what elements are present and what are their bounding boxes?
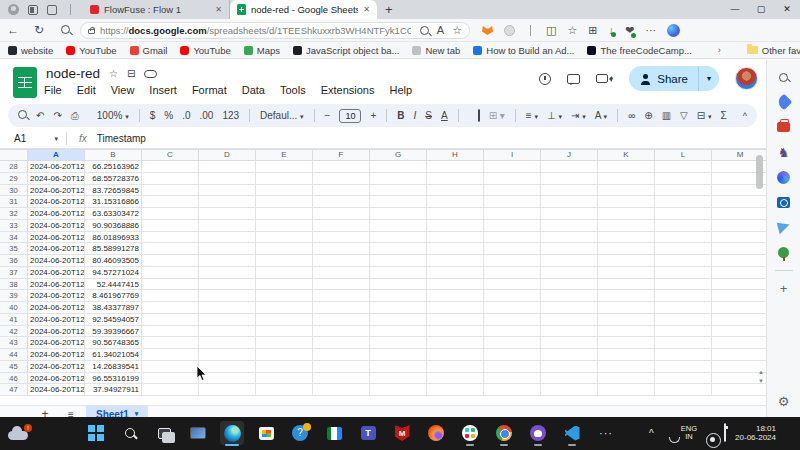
cell-i43[interactable] <box>484 337 541 349</box>
cell-b28[interactable]: 66.25163962 <box>85 161 142 173</box>
cell-b44[interactable]: 61.34021054 <box>85 349 142 361</box>
cell-g35[interactable] <box>370 243 427 255</box>
column-header-h[interactable]: H <box>427 149 484 161</box>
cell-i36[interactable] <box>484 255 541 267</box>
cell-h35[interactable] <box>427 243 484 255</box>
search-icon[interactable] <box>52 23 78 37</box>
cell-i34[interactable] <box>484 232 541 244</box>
tab-google-sheets[interactable]: node-red - Google Sheets ✕ <box>230 0 377 19</box>
share-button[interactable]: Share ▾ <box>629 66 719 91</box>
clock[interactable]: 18:0120-06-2024 <box>735 424 776 442</box>
cell-g39[interactable] <box>370 290 427 302</box>
cell-i28[interactable] <box>484 161 541 173</box>
address-bar[interactable]: https://docs.google.com/spreadsheets/d/1… <box>80 22 470 39</box>
cell-e45[interactable] <box>256 361 313 373</box>
cell-a44[interactable]: 2024-06-20T12: <box>28 349 85 361</box>
sidebar-outlook-icon[interactable] <box>776 194 792 210</box>
row-header[interactable]: 41 <box>0 314 28 326</box>
cell-g31[interactable] <box>370 196 427 208</box>
merge-cells-icon[interactable]: ⊞ ▾ <box>489 110 505 121</box>
row-header[interactable]: 39 <box>0 290 28 302</box>
cell-k38[interactable] <box>598 279 655 291</box>
star-document-icon[interactable]: ☆ <box>109 68 118 79</box>
cell-l37[interactable] <box>655 267 712 279</box>
cell-a43[interactable]: 2024-06-20T12: <box>28 337 85 349</box>
column-header-a[interactable]: A <box>28 149 85 161</box>
cell-f28[interactable] <box>313 161 370 173</box>
video-call-icon[interactable]: ▾ <box>596 74 614 83</box>
cell-e42[interactable] <box>256 326 313 338</box>
cell-b34[interactable]: 86.01896933 <box>85 232 142 244</box>
cell-l45[interactable] <box>655 361 712 373</box>
cell-f44[interactable] <box>313 349 370 361</box>
url-text[interactable]: https://docs.google.com/spreadsheets/d/1… <box>100 25 411 36</box>
cell-a46[interactable]: 2024-06-20T12: <box>28 373 85 385</box>
cell-c32[interactable] <box>142 208 199 220</box>
decrease-font-size-button[interactable]: − <box>325 110 331 121</box>
menu-extensions[interactable]: Extensions <box>321 84 375 96</box>
zoom-select[interactable]: 100% ▾ <box>97 110 129 121</box>
increase-decimal-button[interactable]: .00 <box>199 110 213 121</box>
cell-k29[interactable] <box>598 173 655 185</box>
row-header[interactable]: 40 <box>0 302 28 314</box>
minimize-button[interactable]: — <box>722 0 748 19</box>
refresh-button[interactable]: ↻ <box>26 23 52 37</box>
cell-e43[interactable] <box>256 337 313 349</box>
sidebar-customize-button[interactable]: + <box>776 280 792 296</box>
cell-g42[interactable] <box>370 326 427 338</box>
cell-e40[interactable] <box>256 302 313 314</box>
cell-a47[interactable]: 2024-06-20T12: <box>28 384 85 396</box>
cell-c36[interactable] <box>142 255 199 267</box>
cell-j39[interactable] <box>541 290 598 302</box>
battery-icon[interactable] <box>724 424 726 442</box>
taskbar-mcafee-icon[interactable]: M <box>390 421 414 445</box>
cell-f41[interactable] <box>313 314 370 326</box>
insert-chart-icon[interactable]: ▥ <box>662 110 671 121</box>
cell-g29[interactable] <box>370 173 427 185</box>
sidebar-games-icon[interactable]: ♞ <box>776 144 792 160</box>
row-header[interactable]: 44 <box>0 349 28 361</box>
cell-i38[interactable] <box>484 279 541 291</box>
cell-k47[interactable] <box>598 384 655 396</box>
cell-j47[interactable] <box>541 384 598 396</box>
menu-help[interactable]: Help <box>389 84 412 96</box>
taskbar-teams-icon[interactable]: T <box>356 421 380 445</box>
cell-j34[interactable] <box>541 232 598 244</box>
cell-i32[interactable] <box>484 208 541 220</box>
cell-c46[interactable] <box>142 373 199 385</box>
cell-m44[interactable] <box>712 349 766 361</box>
cell-k37[interactable] <box>598 267 655 279</box>
cell-k35[interactable] <box>598 243 655 255</box>
cell-m34[interactable] <box>712 232 766 244</box>
cell-l35[interactable] <box>655 243 712 255</box>
row-header[interactable]: 45 <box>0 361 28 373</box>
cell-e47[interactable] <box>256 384 313 396</box>
cell-k42[interactable] <box>598 326 655 338</box>
cell-c39[interactable] <box>142 290 199 302</box>
cell-a41[interactable]: 2024-06-20T12: <box>28 314 85 326</box>
cell-f45[interactable] <box>313 361 370 373</box>
settings-more-icon[interactable]: ··· <box>645 24 656 36</box>
bookmark-other-favorites[interactable]: Other favorites <box>747 45 800 56</box>
browser-essentials-icon[interactable]: ❤ <box>625 24 634 37</box>
taskbar-rewards-icon[interactable]: ? <box>288 421 312 445</box>
cell-g28[interactable] <box>370 161 427 173</box>
cell-c30[interactable] <box>142 185 199 197</box>
cell-h28[interactable] <box>427 161 484 173</box>
cell-m41[interactable] <box>712 314 766 326</box>
cell-h38[interactable] <box>427 279 484 291</box>
cell-d42[interactable] <box>199 326 256 338</box>
favorites-icon[interactable]: ☆ <box>567 24 577 37</box>
cell-i45[interactable] <box>484 361 541 373</box>
cell-m47[interactable] <box>712 384 766 396</box>
cell-b36[interactable]: 80.46093505 <box>85 255 142 267</box>
bookmarks-overflow-chevron[interactable]: › <box>718 45 721 55</box>
cell-g43[interactable] <box>370 337 427 349</box>
grid-corner[interactable] <box>0 149 28 161</box>
italic-button[interactable]: I <box>414 110 417 121</box>
cell-d28[interactable] <box>199 161 256 173</box>
taskbar-firefox-icon[interactable] <box>424 421 448 445</box>
cell-j30[interactable] <box>541 185 598 197</box>
menu-tools[interactable]: Tools <box>280 84 306 96</box>
bookmark-item[interactable]: New tab <box>412 45 460 56</box>
